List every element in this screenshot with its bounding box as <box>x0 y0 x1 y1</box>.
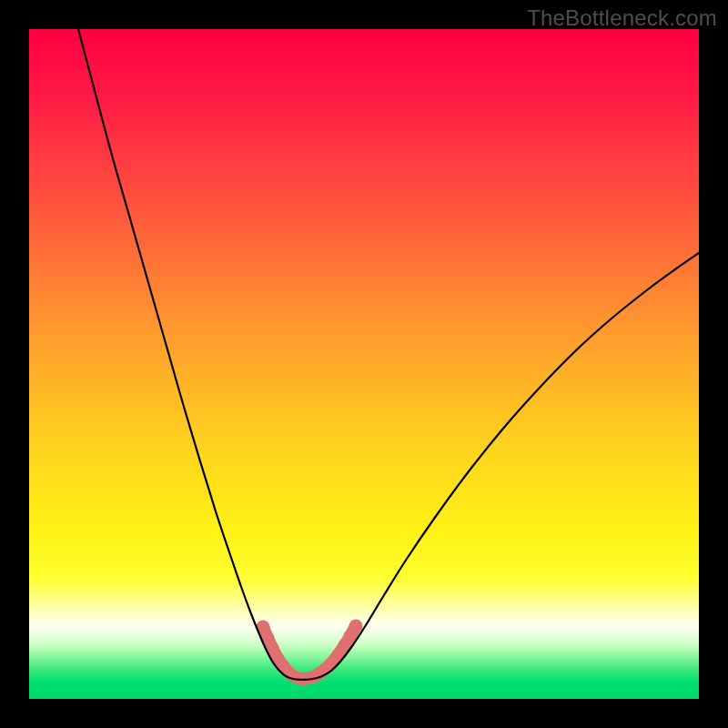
watermark-text: TheBottleneck.com <box>527 5 717 31</box>
plot-area <box>29 29 699 699</box>
gradient-background <box>29 29 699 699</box>
chart-frame: TheBottleneck.com <box>0 0 728 728</box>
marker-dot <box>349 620 363 633</box>
chart-svg <box>29 29 699 699</box>
